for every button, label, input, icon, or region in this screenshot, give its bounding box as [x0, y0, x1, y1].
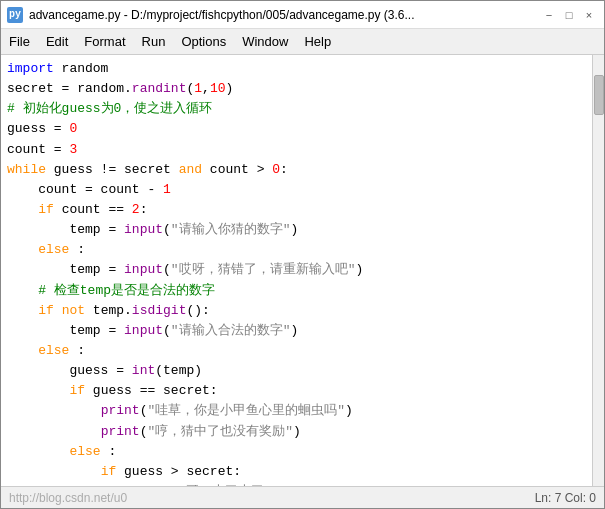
code-line-20: print("哇草，你是小甲鱼心里的蛔虫吗") — [7, 401, 586, 421]
title-controls: − □ × — [540, 6, 598, 24]
code-line-18: guess = int(temp) — [7, 361, 586, 381]
code-line-2: secret = random.randint(1,10) — [7, 79, 586, 99]
code-line-23: if guess > secret: — [7, 462, 586, 482]
app-icon: py — [7, 7, 23, 23]
maximize-button[interactable]: □ — [560, 6, 578, 24]
code-editor[interactable]: import random secret = random.randint(1,… — [1, 55, 592, 486]
content-area: import random secret = random.randint(1,… — [1, 55, 604, 486]
menu-file[interactable]: File — [1, 31, 38, 52]
menu-help[interactable]: Help — [296, 31, 339, 52]
code-line-21: print("哼，猜中了也没有奖励") — [7, 422, 586, 442]
menu-run[interactable]: Run — [134, 31, 174, 52]
scrollbar-thumb[interactable] — [594, 75, 604, 115]
window-title: advancegame.py - D:/myproject/fishcpytho… — [29, 8, 415, 22]
minimize-button[interactable]: − — [540, 6, 558, 24]
menu-options[interactable]: Options — [173, 31, 234, 52]
status-url: http://blog.csdn.net/u0 — [9, 491, 127, 505]
code-line-15: if not temp.isdigit(): — [7, 301, 586, 321]
main-window: py advancegame.py - D:/myproject/fishcpy… — [0, 0, 605, 509]
code-line-17: else : — [7, 341, 586, 361]
code-line-1: import random — [7, 59, 586, 79]
code-line-9: count = count - 1 — [7, 180, 586, 200]
code-line-14: # 检查temp是否是合法的数字 — [7, 281, 586, 301]
code-line-5: guess = 0 — [7, 119, 586, 139]
code-line-6: count = 3 — [7, 140, 586, 160]
code-line-10: if count == 2: — [7, 200, 586, 220]
close-button[interactable]: × — [580, 6, 598, 24]
status-bar: http://blog.csdn.net/u0 Ln: 7 Col: 0 — [1, 486, 604, 508]
title-bar-left: py advancegame.py - D:/myproject/fishcpy… — [7, 7, 415, 23]
code-line-8: while guess != secret and count > 0: — [7, 160, 586, 180]
menu-edit[interactable]: Edit — [38, 31, 76, 52]
menu-window[interactable]: Window — [234, 31, 296, 52]
vertical-scrollbar[interactable] — [592, 55, 604, 486]
title-bar: py advancegame.py - D:/myproject/fishcpy… — [1, 1, 604, 29]
menu-bar: File Edit Format Run Options Window Help — [1, 29, 604, 55]
code-line-22: else : — [7, 442, 586, 462]
menu-format[interactable]: Format — [76, 31, 133, 52]
code-line-13: temp = input("哎呀，猜错了，请重新输入吧") — [7, 260, 586, 280]
code-line-11: temp = input("请输入你猜的数字") — [7, 220, 586, 240]
code-line-4: # 初始化guess为0，使之进入循环 — [7, 99, 586, 119]
status-position: Ln: 7 Col: 0 — [535, 491, 596, 505]
code-line-19: if guess == secret: — [7, 381, 586, 401]
code-line-12: else : — [7, 240, 586, 260]
code-line-16: temp = input("请输入合法的数字") — [7, 321, 586, 341]
